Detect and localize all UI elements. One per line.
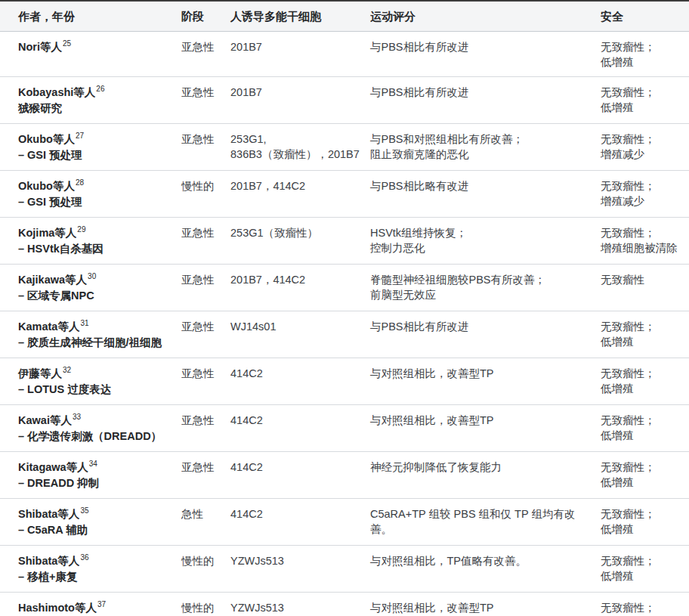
motor-score-cell-line: HSVtk组维持恢复； xyxy=(370,225,593,240)
ipsc-cell-line: 253G1, xyxy=(230,132,363,147)
motor-score-cell-line: 与PBS和对照组相比有所改善； xyxy=(370,132,593,147)
reference-number: 25 xyxy=(63,39,71,48)
motor-score-cell-line: 与对照组相比，改善型TP xyxy=(370,366,593,381)
author-cell: Kawai等人33– 化学遗传刺激（DREADD） xyxy=(0,405,181,452)
stage-cell-line: 亚急性 xyxy=(181,132,223,147)
safety-cell-line: 无致瘤性； xyxy=(601,600,681,615)
col-header-ipsc: 人诱导多能干细胞 xyxy=(230,1,370,32)
safety-cell: 无致瘤性；增殖细胞被清除 xyxy=(601,218,689,265)
safety-cell-line: 低增殖 xyxy=(601,568,681,583)
col-header-stage: 阶段 xyxy=(181,1,230,32)
stage-cell: 亚急性 xyxy=(181,265,230,311)
author-cell: Okubo等人28– GSI 预处理 xyxy=(0,171,181,218)
author-name-text: 伊藤等人 xyxy=(18,367,62,379)
safety-cell-line: 无致瘤性； xyxy=(601,225,681,240)
safety-cell-line: 低增殖 xyxy=(601,54,681,70)
ipsc-cell: 201B7，414C2 xyxy=(230,265,370,311)
table-row: Kamata等人31– 胶质生成神经干细胞/祖细胞亚急性WJ14s01与PBS相… xyxy=(0,311,689,358)
ipsc-cell-line: 201B7 xyxy=(230,85,363,100)
col-header-author-year: 作者，年份 xyxy=(0,1,181,32)
safety-cell-line: 低增殖 xyxy=(601,522,681,537)
motor-score-cell: 脊髓型神经祖细胞较PBS有所改善；前脑型无效应 xyxy=(370,265,601,311)
ipsc-cell: 414C2 xyxy=(230,499,370,546)
motor-score-cell: C5aRA+TP 组较 PBS 组和仅 TP 组均有改善。 xyxy=(370,499,601,546)
stage-cell: 亚急性 xyxy=(181,452,230,499)
safety-cell-line: 无致瘤性； xyxy=(601,85,681,100)
study-subtitle: – 胶质生成神经干细胞/祖细胞 xyxy=(18,335,174,351)
author-cell: Nori等人25 xyxy=(0,32,181,77)
col-header-safety: 安全 xyxy=(601,1,689,32)
motor-score-cell-line: 与对照组相比，TP值略有改善。 xyxy=(370,553,593,568)
author-name-text: Kajikawa等人 xyxy=(18,274,87,286)
author-name-text: Kamata等人 xyxy=(18,320,79,333)
ipsc-cell-line: 201B7，414C2 xyxy=(230,178,363,193)
stage-cell-line: 慢性的 xyxy=(181,600,223,615)
author-name: Nori等人25 xyxy=(18,39,174,55)
reference-number: 30 xyxy=(88,272,96,280)
author-name-text: Kobayashi等人 xyxy=(18,86,95,98)
motor-score-cell: 与对照组相比，TP值略有改善。 xyxy=(370,546,601,593)
motor-score-cell: 与对照组相比，改善型TP xyxy=(370,405,601,452)
safety-cell-line: 低增殖 xyxy=(601,428,681,443)
safety-cell: 无致瘤性；低增殖 xyxy=(601,452,689,499)
author-name-text: Okubo等人 xyxy=(18,133,75,145)
motor-score-cell-line: 前脑型无效应 xyxy=(370,287,593,302)
author-name: 伊藤等人32 xyxy=(18,366,174,382)
ipsc-cell: 414C2 xyxy=(230,452,370,499)
header-row: 作者，年份 阶段 人诱导多能干细胞 运动评分 安全 xyxy=(0,1,689,32)
study-subtitle: – 区域专属NPC xyxy=(18,288,174,304)
stage-cell-line: 慢性的 xyxy=(181,178,223,193)
reference-number: 32 xyxy=(63,366,71,374)
motor-score-cell: 与对照组相比，改善型TP xyxy=(370,593,601,616)
motor-score-cell-line: C5aRA+TP 组较 PBS 组和仅 TP 组均有改善。 xyxy=(370,506,593,537)
author-name: Kojima等人29 xyxy=(18,225,174,241)
stage-cell: 亚急性 xyxy=(181,218,230,265)
motor-score-cell: 与PBS相比有所改进 xyxy=(370,77,601,124)
safety-cell-line: 无致瘤性； xyxy=(601,506,681,522)
author-name: Okubo等人28 xyxy=(18,178,174,194)
ipsc-cell: 414C2 xyxy=(230,405,370,452)
stage-cell: 亚急性 xyxy=(181,32,230,77)
stage-cell-line: 急性 xyxy=(181,506,223,522)
table-row: Kitagawa等人34– DREADD 抑制亚急性414C2神经元抑制降低了恢… xyxy=(0,452,689,499)
motor-score-cell-line: 阻止致瘤克隆的恶化 xyxy=(370,147,593,162)
table-row: Shibata等人36– 移植+康复慢性的YZWJs513与对照组相比，TP值略… xyxy=(0,546,689,593)
safety-cell-line: 无致瘤性； xyxy=(601,460,681,475)
safety-cell-line: 低增殖 xyxy=(601,334,681,349)
author-cell: Shibata等人35– C5aRA 辅助 xyxy=(0,499,181,546)
ipsc-cell-line: 414C2 xyxy=(230,413,363,428)
ipsc-cell-line: 836B3（致瘤性），201B7 xyxy=(230,147,363,162)
motor-score-cell-line: 与PBS相比略有改进 xyxy=(370,178,593,193)
table-row: Kawai等人33– 化学遗传刺激（DREADD）亚急性414C2与对照组相比，… xyxy=(0,405,689,452)
author-cell: Hashimoto等人37– HGF释放支架 + TP xyxy=(0,593,181,616)
author-name: Kawai等人33 xyxy=(18,413,174,429)
ipsc-cell-line: 201B7 xyxy=(230,39,363,54)
motor-score-cell: 神经元抑制降低了恢复能力 xyxy=(370,452,601,499)
table-row: Kajikawa等人30– 区域专属NPC亚急性201B7，414C2脊髓型神经… xyxy=(0,265,689,311)
author-name: Kamata等人31 xyxy=(18,319,174,335)
reference-number: 34 xyxy=(89,460,97,468)
author-name: Hashimoto等人37 xyxy=(18,600,174,616)
ipsc-cell: 253G1（致瘤性） xyxy=(230,218,370,265)
study-subtitle: – LOTUS 过度表达 xyxy=(18,382,174,398)
ipsc-cell: 253G1,836B3（致瘤性），201B7 xyxy=(230,124,370,171)
reference-number: 27 xyxy=(76,132,84,140)
ipsc-cell: 201B7，414C2 xyxy=(230,171,370,218)
stage-cell-line: 亚急性 xyxy=(181,85,223,100)
motor-score-cell-line: 与PBS相比有所改进 xyxy=(370,85,593,100)
author-name-text: Kawai等人 xyxy=(18,414,72,426)
ipsc-cell-line: YZWJs513 xyxy=(230,553,363,568)
reference-number: 33 xyxy=(73,413,81,421)
motor-score-cell-line: 与PBS相比有所改进 xyxy=(370,319,593,334)
study-subtitle: – DREADD 抑制 xyxy=(18,475,174,491)
stage-cell: 亚急性 xyxy=(181,77,230,124)
safety-cell-line: 低增殖 xyxy=(601,475,681,490)
author-name-text: Nori等人 xyxy=(18,41,62,53)
ipsc-cell: WJ14s01 xyxy=(230,311,370,358)
motor-score-cell-line: 脊髓型神经祖细胞较PBS有所改善； xyxy=(370,272,593,287)
author-name: Kajikawa等人30 xyxy=(18,272,174,288)
author-name-text: Okubo等人 xyxy=(18,180,75,192)
study-subtitle: – 移植+康复 xyxy=(18,569,174,585)
ipsc-cell-line: 253G1（致瘤性） xyxy=(230,225,363,240)
ipsc-cell: 414C2 xyxy=(230,358,370,405)
